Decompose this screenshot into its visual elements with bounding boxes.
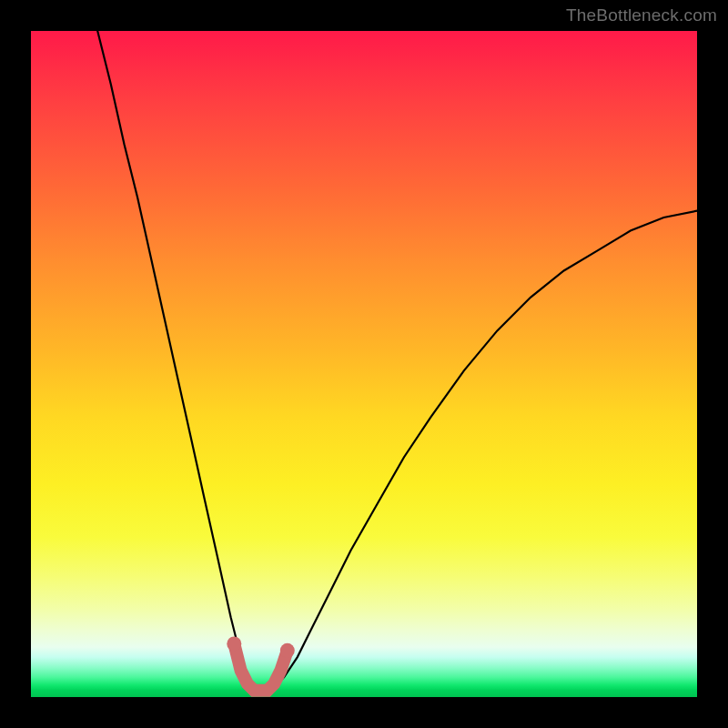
chart-plot-area bbox=[31, 31, 697, 697]
chart-frame: TheBottleneck.com bbox=[0, 0, 728, 728]
highlight-dot-left bbox=[227, 636, 241, 651]
highlight-path bbox=[234, 643, 288, 690]
watermark-text: TheBottleneck.com bbox=[566, 5, 717, 25]
bottleneck-curve bbox=[31, 31, 697, 697]
highlight-dot-right bbox=[280, 643, 295, 658]
curve-path bbox=[97, 31, 697, 691]
